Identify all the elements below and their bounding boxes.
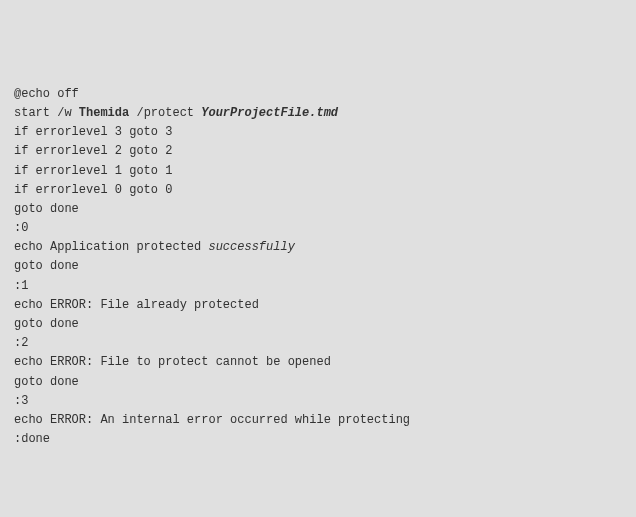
code-line: start /w Themida /protect YourProjectFil… [14,104,622,123]
code-text-emphasis: YourProjectFile.tmd [201,106,338,120]
code-line: goto done [14,200,622,219]
code-line: :1 [14,277,622,296]
code-line: if errorlevel 1 goto 1 [14,162,622,181]
code-text-bold: Themida [79,106,129,120]
code-line: :2 [14,334,622,353]
code-line: echo ERROR: An internal error occurred w… [14,411,622,430]
code-line: :0 [14,219,622,238]
code-line: goto done [14,257,622,276]
code-line: goto done [14,373,622,392]
code-line: echo ERROR: File already protected [14,296,622,315]
code-text: echo Application protected [14,240,208,254]
code-line: echo Application protected successfully [14,238,622,257]
code-text: start /w [14,106,79,120]
code-line: if errorlevel 0 goto 0 [14,181,622,200]
code-line: goto done [14,315,622,334]
code-line: :done [14,430,622,449]
code-text-emphasis: successfully [208,240,294,254]
code-text: /protect [129,106,201,120]
code-line: if errorlevel 3 goto 3 [14,123,622,142]
code-line: :3 [14,392,622,411]
code-line: echo ERROR: File to protect cannot be op… [14,353,622,372]
code-line: if errorlevel 2 goto 2 [14,142,622,161]
code-block: @echo offstart /w Themida /protect YourP… [14,85,622,450]
code-line: @echo off [14,85,622,104]
